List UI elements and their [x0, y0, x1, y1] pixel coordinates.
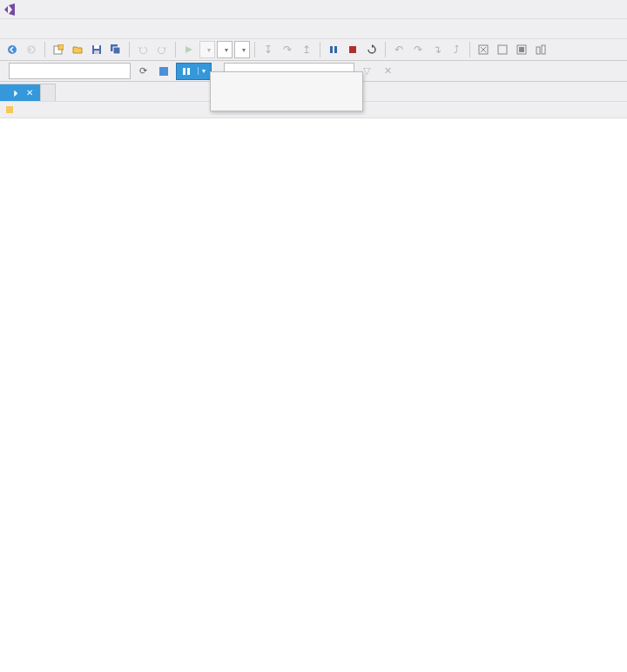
svg-rect-17: [542, 45, 545, 54]
svg-rect-8: [113, 47, 120, 54]
menu-file[interactable]: [3, 27, 17, 30]
step-in-icon[interactable]: ↧: [260, 41, 277, 58]
pause-icon: [182, 67, 191, 76]
menu-build[interactable]: [66, 27, 80, 30]
menu-help[interactable]: [176, 27, 190, 30]
separator: [385, 42, 386, 57]
nav-back-icon[interactable]: [3, 41, 21, 58]
menu-debug[interactable]: [82, 27, 96, 30]
svg-rect-20: [187, 68, 190, 75]
svg-rect-9: [330, 46, 333, 53]
svg-rect-10: [334, 46, 337, 53]
menu-project[interactable]: [51, 27, 64, 30]
titlebar: [0, 0, 627, 19]
suspend-dropdown[interactable]: ▾: [176, 63, 212, 80]
svg-point-1: [27, 45, 36, 54]
option2-icon[interactable]: [494, 41, 511, 58]
popup-suspend-shutdown[interactable]: [212, 88, 361, 95]
config-combo[interactable]: ▾: [217, 41, 233, 58]
process-combo[interactable]: [9, 63, 131, 79]
platform-combo[interactable]: ▾: [234, 41, 250, 58]
separator: [129, 42, 130, 57]
separator: [44, 42, 45, 57]
svg-rect-21: [6, 106, 13, 113]
popup-resume[interactable]: [212, 81, 361, 88]
option3-icon[interactable]: [513, 41, 530, 58]
open-icon[interactable]: [69, 41, 86, 58]
step-icon[interactable]: ↷: [409, 41, 427, 58]
step-over-icon[interactable]: ↷: [279, 41, 296, 58]
separator: [320, 42, 320, 57]
nav-fwd-icon[interactable]: [23, 41, 40, 58]
svg-rect-13: [498, 45, 507, 54]
menu-edit[interactable]: [19, 27, 33, 30]
separator: [254, 42, 255, 57]
thread-opt2-icon[interactable]: ✕: [379, 63, 396, 80]
popup-suspend[interactable]: [212, 74, 361, 81]
menu-view[interactable]: [35, 27, 49, 30]
svg-point-0: [8, 45, 17, 54]
svg-rect-11: [349, 46, 356, 53]
menu-window[interactable]: [160, 27, 174, 30]
step3-icon[interactable]: ⤴: [448, 41, 465, 58]
vs-logo-icon: [3, 3, 16, 16]
chevron-down-icon: ▾: [225, 46, 228, 54]
class-icon: [3, 104, 16, 116]
chevron-down-icon: ▾: [207, 46, 211, 54]
menubar: [0, 19, 627, 38]
pause-icon[interactable]: [325, 41, 342, 58]
code-editor[interactable]: [0, 118, 627, 138]
tab-time-triggered[interactable]: [41, 84, 56, 101]
continue-play-icon[interactable]: [180, 41, 198, 58]
step2-icon[interactable]: ↴: [428, 41, 446, 58]
restart-icon[interactable]: [363, 41, 381, 58]
svg-rect-5: [94, 45, 99, 49]
redo-icon[interactable]: [153, 41, 171, 58]
undo-icon[interactable]: [134, 41, 152, 58]
process-app-icon[interactable]: [155, 63, 172, 80]
menu-store[interactable]: [129, 27, 143, 30]
svg-rect-18: [159, 67, 168, 76]
svg-rect-6: [94, 50, 99, 54]
step-out-icon[interactable]: ↥: [298, 41, 315, 58]
show-next-icon[interactable]: ↶: [390, 41, 408, 58]
pin-icon[interactable]: ⏵: [12, 88, 21, 97]
svg-rect-15: [519, 47, 524, 52]
option1-icon[interactable]: [475, 41, 492, 58]
option4-icon[interactable]: [532, 41, 549, 58]
process-refresh-icon[interactable]: ⟳: [134, 63, 152, 80]
chevron-down-icon: ▾: [242, 46, 246, 54]
save-all-icon[interactable]: [107, 41, 125, 58]
suspend-popup-menu: [210, 71, 363, 111]
popup-sample[interactable]: [212, 102, 361, 109]
tab-sample-bg-task[interactable]: ⏵ ✕: [0, 84, 41, 101]
separator: [175, 42, 176, 57]
menu-test[interactable]: [145, 27, 158, 30]
popup-servicing[interactable]: [212, 95, 361, 102]
stop-icon[interactable]: [344, 41, 361, 58]
menu-team[interactable]: [98, 27, 111, 30]
main-toolbar: ▾ ▾ ▾ ↧ ↷ ↥ ↶ ↷ ↴ ⤴: [0, 38, 627, 61]
separator: [469, 42, 470, 57]
svg-rect-19: [183, 68, 185, 75]
menu-tools[interactable]: [113, 27, 127, 30]
close-icon[interactable]: ✕: [26, 88, 33, 97]
editor-gutter: [0, 118, 19, 138]
svg-rect-3: [58, 44, 64, 50]
svg-rect-16: [536, 47, 540, 54]
continue-button[interactable]: ▾: [199, 41, 215, 58]
save-icon[interactable]: [88, 41, 105, 58]
new-project-icon[interactable]: [50, 41, 67, 58]
chevron-down-icon: ▾: [198, 67, 206, 75]
